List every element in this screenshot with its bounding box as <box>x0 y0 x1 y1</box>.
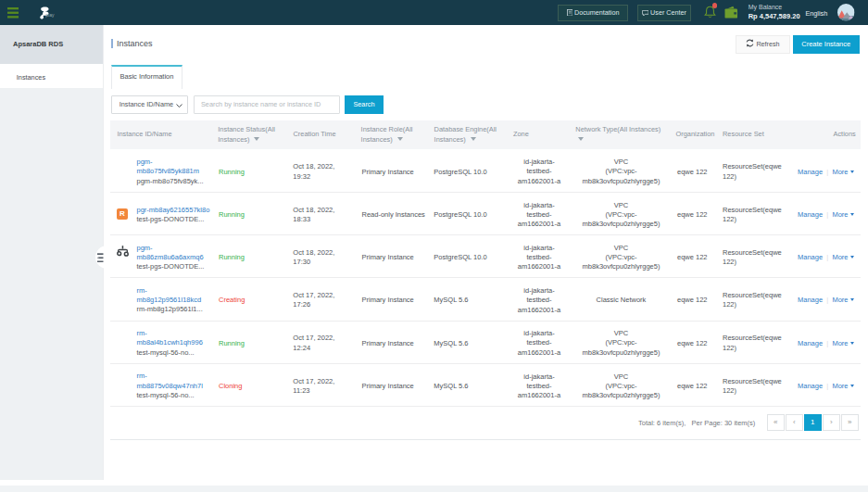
svg-text:play: play <box>45 12 55 18</box>
